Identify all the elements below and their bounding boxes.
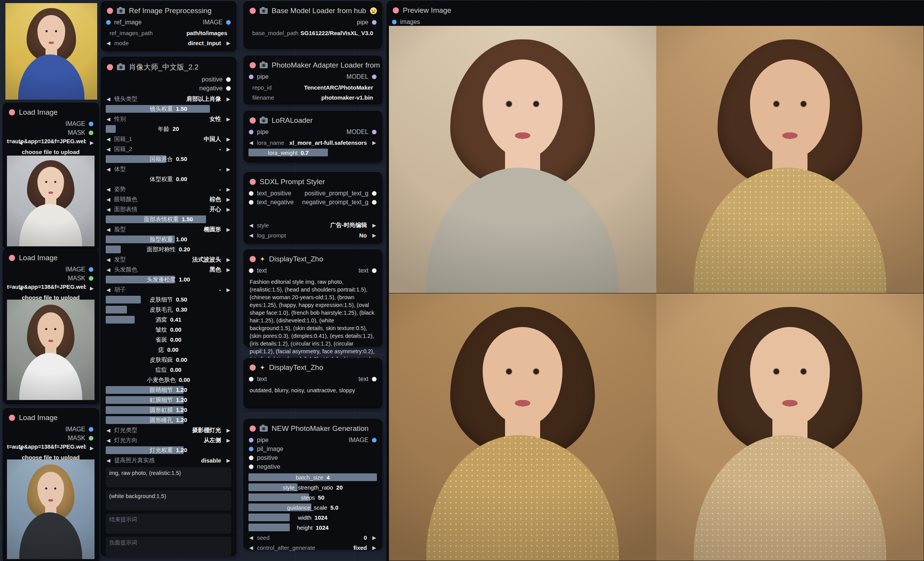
- node-lora-loader[interactable]: LoRALoader pipe MODEL ◀ lora_name xl_mor…: [244, 111, 382, 162]
- prev-arrow-icon[interactable]: ◀: [106, 96, 110, 102]
- base-model-path-field[interactable]: base_model_path SG161222/RealVisXL_V3.0: [248, 29, 377, 37]
- slider-widget[interactable]: 痣0.00: [106, 346, 231, 354]
- combo-widget[interactable]: ◀体型-▶: [106, 165, 231, 173]
- text-pin[interactable]: [249, 464, 253, 469]
- next-arrow-icon[interactable]: ▶: [90, 285, 94, 291]
- input-slot-pipe[interactable]: pipe: [248, 73, 271, 80]
- slider-widget[interactable]: 眼睛细节1.20: [106, 386, 231, 394]
- combo-widget[interactable]: ◀性别女性▶: [106, 115, 231, 123]
- node-titlebar[interactable]: ✦ DisplayText_Zho: [244, 250, 382, 266]
- prev-arrow-icon[interactable]: ◀: [106, 227, 110, 232]
- output-slot-mask[interactable]: MASK: [3, 274, 98, 283]
- prev-arrow-icon[interactable]: ◀: [249, 232, 253, 238]
- prev-arrow-icon[interactable]: ◀: [106, 166, 110, 172]
- next-arrow-icon[interactable]: ▶: [226, 437, 230, 443]
- slider-widget[interactable]: 体型权重0.00: [106, 175, 231, 183]
- slider-widget[interactable]: 面部对称性0.20: [106, 246, 231, 253]
- slider-widget[interactable]: style_strength_ratio20: [248, 483, 377, 491]
- slider-widget[interactable]: width1024: [248, 514, 377, 521]
- lora-name-combo[interactable]: ◀ lora_name xl_more_art-full.safetensors…: [248, 139, 377, 146]
- next-arrow-icon[interactable]: ▶: [372, 232, 376, 238]
- input-slot-ref-image[interactable]: ref_image: [105, 19, 144, 26]
- slider-widget[interactable]: 小麦色肤色0.00: [106, 376, 231, 384]
- combo-widget[interactable]: ◀头发颜色黑色▶: [106, 266, 231, 273]
- image-pin[interactable]: [372, 438, 377, 442]
- slider-widget[interactable]: steps50: [248, 493, 377, 501]
- output-slot-image[interactable]: IMAGE: [3, 425, 98, 434]
- prev-arrow-icon[interactable]: ◀: [106, 267, 110, 273]
- next-arrow-icon[interactable]: ▶: [226, 146, 230, 152]
- slider-widget[interactable]: 年龄20: [106, 125, 231, 133]
- image-pin[interactable]: [392, 20, 397, 24]
- output-slot-positive-prompt[interactable]: positive_prompt_text_g: [302, 190, 378, 197]
- image-pin[interactable]: [89, 427, 93, 432]
- prev-arrow-icon[interactable]: ◀: [106, 136, 110, 142]
- text-pin[interactable]: [226, 77, 231, 82]
- node-titlebar[interactable]: LoRALoader: [244, 111, 382, 127]
- output-slot-negative-prompt[interactable]: negative_prompt_text_g: [300, 199, 378, 206]
- output-slot-mask[interactable]: MASK: [3, 434, 98, 442]
- image-filename-combo[interactable]: ◀ t=auto&app=120&f=JPEG.webp ▶: [7, 138, 95, 146]
- next-arrow-icon[interactable]: ▶: [226, 458, 230, 463]
- text-pin[interactable]: [249, 191, 253, 196]
- next-arrow-icon[interactable]: ▶: [226, 197, 230, 202]
- prev-arrow-icon[interactable]: ◀: [19, 445, 22, 451]
- combo-widget[interactable]: ◀国籍_2-▶: [106, 145, 231, 153]
- output-slot-model[interactable]: MODEL: [344, 129, 378, 136]
- input-slot-negative[interactable]: negative: [244, 462, 382, 471]
- output-slot-text[interactable]: text: [356, 376, 378, 383]
- next-arrow-icon[interactable]: ▶: [226, 186, 230, 192]
- ref-images-path-field[interactable]: ref_images_path path/to/images: [106, 29, 231, 37]
- model-pin[interactable]: [372, 130, 377, 134]
- combo-widget[interactable]: ◀脸型椭圆形▶: [106, 225, 231, 233]
- node-ref-image-preprocessing[interactable]: Ref Image Preprocessing ref_image IMAGE …: [101, 2, 236, 51]
- slider-widget[interactable]: 面部表情权重1.50: [106, 215, 231, 223]
- slider-widget[interactable]: 雀斑0.00: [106, 336, 231, 344]
- node-titlebar[interactable]: Load Image: [3, 408, 98, 425]
- input-slot-text[interactable]: text: [248, 267, 269, 274]
- output-slot-positive[interactable]: positive: [101, 75, 236, 84]
- combo-widget[interactable]: ◀国籍_1中国人▶: [106, 135, 231, 143]
- slider-widget[interactable]: 国籍混合0.50: [106, 155, 231, 163]
- node-titlebar[interactable]: 肖像大师_中文版_2.2: [101, 57, 236, 75]
- prompt-textarea-empty[interactable]: 结束提示词: [106, 514, 231, 534]
- prev-arrow-icon[interactable]: ◀: [249, 535, 253, 541]
- image-filename-combo[interactable]: ◀ t=auto&app=138&f=JPEG.webp ▶: [7, 444, 95, 452]
- node-titlebar[interactable]: ✦ DisplayText_Zho: [244, 358, 382, 375]
- input-slot-pipe[interactable]: pipe: [248, 437, 271, 444]
- prev-arrow-icon[interactable]: ◀: [106, 257, 110, 263]
- next-arrow-icon[interactable]: ▶: [226, 40, 230, 46]
- node-display-text-negative[interactable]: ✦ DisplayText_Zho text text outdated, bl…: [244, 358, 382, 408]
- next-arrow-icon[interactable]: ▶: [372, 222, 376, 228]
- output-slot-pipe[interactable]: pipe: [244, 18, 382, 27]
- node-titlebar[interactable]: Load Image: [3, 249, 98, 265]
- combo-widget[interactable]: ◀control_after_generatefixed▶: [248, 544, 377, 551]
- next-arrow-icon[interactable]: ▶: [226, 267, 230, 273]
- next-arrow-icon[interactable]: ▶: [226, 116, 230, 122]
- slider-widget[interactable]: height1024: [248, 524, 377, 531]
- slider-widget[interactable]: 皮肤毛孔0.30: [106, 306, 231, 314]
- node-titlebar[interactable]: SDXL Prompt Styler: [244, 173, 382, 189]
- text-pin[interactable]: [372, 191, 377, 196]
- prev-arrow-icon[interactable]: ◀: [106, 427, 110, 433]
- prev-arrow-icon[interactable]: ◀: [19, 139, 22, 145]
- slider-widget[interactable]: 圆形虹膜1.20: [106, 406, 231, 414]
- prompt-textarea[interactable]: (white background:1.5): [106, 490, 231, 510]
- prev-arrow-icon[interactable]: ◀: [249, 545, 253, 551]
- text-pin[interactable]: [249, 456, 253, 460]
- combo-widget[interactable]: ◀胡子-▶: [106, 286, 231, 293]
- slider-widget[interactable]: 脸型权重1.00: [106, 236, 231, 243]
- slider-widget[interactable]: 痘痘0.00: [106, 366, 231, 374]
- node-preview-image[interactable]: Preview Image images: [387, 1, 924, 561]
- repo-id-field[interactable]: repo_id TencentARC/PhotoMaker: [248, 83, 377, 91]
- pipe-pin[interactable]: [249, 75, 253, 79]
- image-pin[interactable]: [89, 267, 93, 272]
- node-display-text-positive[interactable]: ✦ DisplayText_Zho text text Fashion edit…: [244, 250, 382, 346]
- slider-widget[interactable]: 酒窝0.41: [106, 316, 231, 324]
- prev-arrow-icon[interactable]: ◀: [249, 140, 253, 146]
- slider-widget[interactable]: 圆形瞳孔1.20: [106, 416, 231, 424]
- node-load-image-3[interactable]: Load Image IMAGE MASK ◀ t=auto&app=138&f…: [3, 408, 98, 561]
- input-slot-images[interactable]: images: [387, 17, 924, 26]
- image-pin[interactable]: [249, 447, 253, 451]
- output-slot-mask[interactable]: MASK: [3, 128, 98, 137]
